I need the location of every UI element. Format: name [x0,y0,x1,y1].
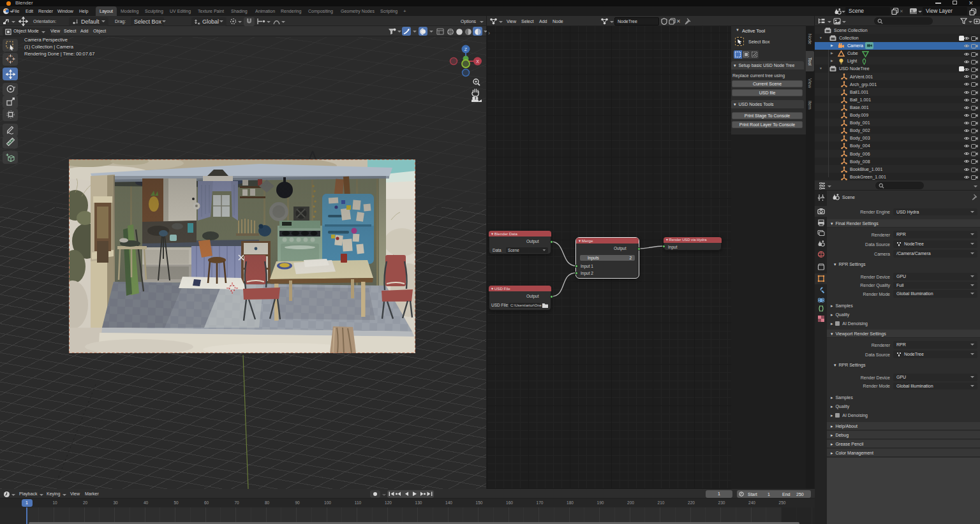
svg-text:X: X [476,59,479,64]
svg-text:Z: Z [464,47,468,52]
